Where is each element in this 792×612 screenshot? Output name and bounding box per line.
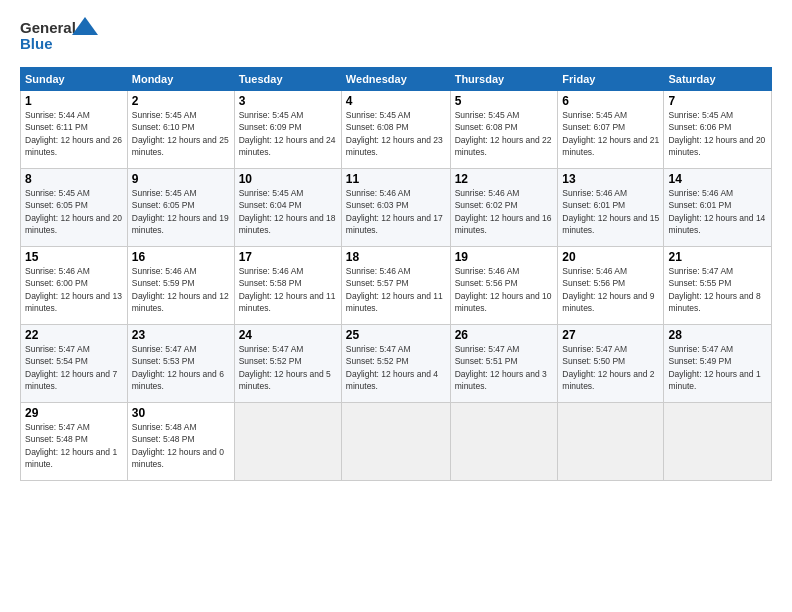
calendar-day-cell (450, 403, 558, 481)
calendar-day-cell: 22 Sunrise: 5:47 AMSunset: 5:54 PMDaylig… (21, 325, 128, 403)
calendar-day-cell: 17 Sunrise: 5:46 AMSunset: 5:58 PMDaylig… (234, 247, 341, 325)
day-info: Sunrise: 5:45 AMSunset: 6:04 PMDaylight:… (239, 188, 336, 235)
calendar-day-cell: 13 Sunrise: 5:46 AMSunset: 6:01 PMDaylig… (558, 169, 664, 247)
col-friday: Friday (558, 68, 664, 91)
day-info: Sunrise: 5:46 AMSunset: 5:57 PMDaylight:… (346, 266, 443, 313)
day-info: Sunrise: 5:45 AMSunset: 6:05 PMDaylight:… (132, 188, 229, 235)
calendar-day-cell: 24 Sunrise: 5:47 AMSunset: 5:52 PMDaylig… (234, 325, 341, 403)
calendar-day-cell: 30 Sunrise: 5:48 AMSunset: 5:48 PMDaylig… (127, 403, 234, 481)
day-number: 1 (25, 94, 123, 108)
calendar-day-cell (664, 403, 772, 481)
day-info: Sunrise: 5:45 AMSunset: 6:08 PMDaylight:… (455, 110, 552, 157)
calendar-week-row: 8 Sunrise: 5:45 AMSunset: 6:05 PMDayligh… (21, 169, 772, 247)
calendar-day-cell: 16 Sunrise: 5:46 AMSunset: 5:59 PMDaylig… (127, 247, 234, 325)
logo: General Blue (20, 15, 100, 57)
calendar-week-row: 15 Sunrise: 5:46 AMSunset: 6:00 PMDaylig… (21, 247, 772, 325)
day-number: 6 (562, 94, 659, 108)
calendar-day-cell: 9 Sunrise: 5:45 AMSunset: 6:05 PMDayligh… (127, 169, 234, 247)
day-number: 21 (668, 250, 767, 264)
day-info: Sunrise: 5:47 AMSunset: 5:53 PMDaylight:… (132, 344, 224, 391)
calendar-day-cell: 26 Sunrise: 5:47 AMSunset: 5:51 PMDaylig… (450, 325, 558, 403)
calendar-day-cell: 18 Sunrise: 5:46 AMSunset: 5:57 PMDaylig… (341, 247, 450, 325)
calendar-day-cell: 20 Sunrise: 5:46 AMSunset: 5:56 PMDaylig… (558, 247, 664, 325)
day-number: 2 (132, 94, 230, 108)
day-number: 8 (25, 172, 123, 186)
calendar-day-cell (341, 403, 450, 481)
day-number: 4 (346, 94, 446, 108)
calendar-day-cell: 29 Sunrise: 5:47 AMSunset: 5:48 PMDaylig… (21, 403, 128, 481)
page: General Blue Sunday Monday Tuesday Wedne… (0, 0, 792, 612)
col-tuesday: Tuesday (234, 68, 341, 91)
calendar-day-cell: 14 Sunrise: 5:46 AMSunset: 6:01 PMDaylig… (664, 169, 772, 247)
day-info: Sunrise: 5:47 AMSunset: 5:48 PMDaylight:… (25, 422, 117, 469)
calendar-table: Sunday Monday Tuesday Wednesday Thursday… (20, 67, 772, 481)
calendar-day-cell: 19 Sunrise: 5:46 AMSunset: 5:56 PMDaylig… (450, 247, 558, 325)
day-info: Sunrise: 5:45 AMSunset: 6:05 PMDaylight:… (25, 188, 122, 235)
calendar-day-cell: 23 Sunrise: 5:47 AMSunset: 5:53 PMDaylig… (127, 325, 234, 403)
day-number: 29 (25, 406, 123, 420)
day-info: Sunrise: 5:46 AMSunset: 5:59 PMDaylight:… (132, 266, 229, 313)
day-number: 7 (668, 94, 767, 108)
day-info: Sunrise: 5:46 AMSunset: 6:03 PMDaylight:… (346, 188, 443, 235)
calendar-header-row: Sunday Monday Tuesday Wednesday Thursday… (21, 68, 772, 91)
calendar-day-cell: 25 Sunrise: 5:47 AMSunset: 5:52 PMDaylig… (341, 325, 450, 403)
calendar-day-cell: 7 Sunrise: 5:45 AMSunset: 6:06 PMDayligh… (664, 91, 772, 169)
calendar-week-row: 1 Sunrise: 5:44 AMSunset: 6:11 PMDayligh… (21, 91, 772, 169)
calendar-day-cell: 21 Sunrise: 5:47 AMSunset: 5:55 PMDaylig… (664, 247, 772, 325)
calendar-week-row: 22 Sunrise: 5:47 AMSunset: 5:54 PMDaylig… (21, 325, 772, 403)
day-number: 28 (668, 328, 767, 342)
col-monday: Monday (127, 68, 234, 91)
day-info: Sunrise: 5:45 AMSunset: 6:10 PMDaylight:… (132, 110, 229, 157)
calendar-day-cell: 8 Sunrise: 5:45 AMSunset: 6:05 PMDayligh… (21, 169, 128, 247)
calendar-day-cell: 11 Sunrise: 5:46 AMSunset: 6:03 PMDaylig… (341, 169, 450, 247)
day-info: Sunrise: 5:47 AMSunset: 5:51 PMDaylight:… (455, 344, 547, 391)
day-info: Sunrise: 5:45 AMSunset: 6:09 PMDaylight:… (239, 110, 336, 157)
calendar-day-cell (234, 403, 341, 481)
col-sunday: Sunday (21, 68, 128, 91)
calendar-day-cell: 28 Sunrise: 5:47 AMSunset: 5:49 PMDaylig… (664, 325, 772, 403)
svg-text:General: General (20, 19, 76, 36)
day-info: Sunrise: 5:45 AMSunset: 6:07 PMDaylight:… (562, 110, 659, 157)
day-number: 27 (562, 328, 659, 342)
day-number: 11 (346, 172, 446, 186)
day-number: 20 (562, 250, 659, 264)
day-number: 19 (455, 250, 554, 264)
calendar-week-row: 29 Sunrise: 5:47 AMSunset: 5:48 PMDaylig… (21, 403, 772, 481)
day-info: Sunrise: 5:47 AMSunset: 5:50 PMDaylight:… (562, 344, 654, 391)
svg-marker-2 (72, 17, 98, 35)
svg-text:Blue: Blue (20, 35, 53, 52)
col-wednesday: Wednesday (341, 68, 450, 91)
calendar-day-cell (558, 403, 664, 481)
day-number: 15 (25, 250, 123, 264)
calendar-day-cell: 3 Sunrise: 5:45 AMSunset: 6:09 PMDayligh… (234, 91, 341, 169)
day-number: 30 (132, 406, 230, 420)
calendar-day-cell: 15 Sunrise: 5:46 AMSunset: 6:00 PMDaylig… (21, 247, 128, 325)
calendar-day-cell: 27 Sunrise: 5:47 AMSunset: 5:50 PMDaylig… (558, 325, 664, 403)
col-thursday: Thursday (450, 68, 558, 91)
day-info: Sunrise: 5:47 AMSunset: 5:49 PMDaylight:… (668, 344, 760, 391)
day-number: 10 (239, 172, 337, 186)
day-info: Sunrise: 5:46 AMSunset: 6:02 PMDaylight:… (455, 188, 552, 235)
calendar-day-cell: 2 Sunrise: 5:45 AMSunset: 6:10 PMDayligh… (127, 91, 234, 169)
day-info: Sunrise: 5:45 AMSunset: 6:06 PMDaylight:… (668, 110, 765, 157)
day-number: 23 (132, 328, 230, 342)
day-number: 9 (132, 172, 230, 186)
calendar-day-cell: 12 Sunrise: 5:46 AMSunset: 6:02 PMDaylig… (450, 169, 558, 247)
day-number: 22 (25, 328, 123, 342)
day-info: Sunrise: 5:46 AMSunset: 5:56 PMDaylight:… (455, 266, 552, 313)
day-info: Sunrise: 5:47 AMSunset: 5:55 PMDaylight:… (668, 266, 760, 313)
day-info: Sunrise: 5:46 AMSunset: 6:00 PMDaylight:… (25, 266, 122, 313)
day-info: Sunrise: 5:46 AMSunset: 5:58 PMDaylight:… (239, 266, 336, 313)
day-number: 17 (239, 250, 337, 264)
day-info: Sunrise: 5:46 AMSunset: 5:56 PMDaylight:… (562, 266, 654, 313)
col-saturday: Saturday (664, 68, 772, 91)
day-info: Sunrise: 5:47 AMSunset: 5:52 PMDaylight:… (239, 344, 331, 391)
header: General Blue (20, 15, 772, 57)
calendar-day-cell: 6 Sunrise: 5:45 AMSunset: 6:07 PMDayligh… (558, 91, 664, 169)
calendar-day-cell: 5 Sunrise: 5:45 AMSunset: 6:08 PMDayligh… (450, 91, 558, 169)
calendar-day-cell: 10 Sunrise: 5:45 AMSunset: 6:04 PMDaylig… (234, 169, 341, 247)
day-number: 5 (455, 94, 554, 108)
calendar-day-cell: 1 Sunrise: 5:44 AMSunset: 6:11 PMDayligh… (21, 91, 128, 169)
day-info: Sunrise: 5:47 AMSunset: 5:52 PMDaylight:… (346, 344, 438, 391)
day-info: Sunrise: 5:45 AMSunset: 6:08 PMDaylight:… (346, 110, 443, 157)
